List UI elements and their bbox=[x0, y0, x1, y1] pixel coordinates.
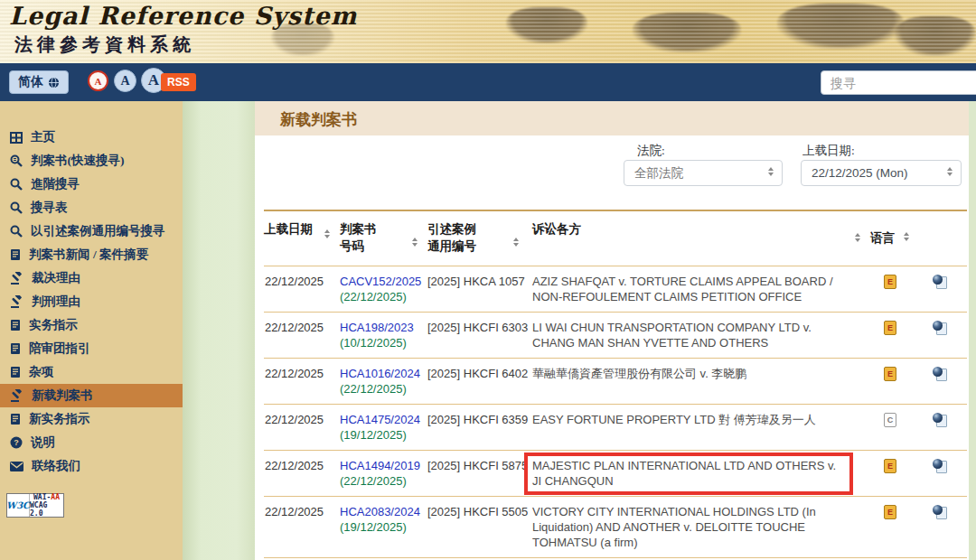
globe-doc-icon[interactable] bbox=[933, 321, 947, 335]
globe-cell bbox=[913, 504, 967, 550]
column-header-upload-date[interactable]: 上载日期 bbox=[264, 220, 340, 255]
language-english-icon[interactable]: E bbox=[884, 321, 896, 335]
sidebar-item-judgment-news[interactable]: 判案书新闻 / 案件摘要 bbox=[0, 243, 183, 266]
globe-doc-icon[interactable] bbox=[933, 505, 947, 519]
case-number-link[interactable]: HCA1475/2024 bbox=[340, 413, 420, 426]
wcag-version-label: WCAG 2.0 bbox=[30, 501, 63, 518]
document-icon bbox=[10, 248, 21, 261]
sort-icon[interactable] bbox=[855, 220, 868, 255]
case-number-link[interactable]: CACV152/2025 bbox=[340, 275, 421, 288]
upload-date-cell: 22/12/2025 bbox=[264, 412, 340, 443]
case-number-link[interactable]: HCA2083/2024 bbox=[340, 505, 420, 518]
gavel-icon bbox=[10, 389, 23, 402]
parties-cell: EASY FORTUNE PROPERTY LTD 對 傅芳瑋及另一人 bbox=[532, 412, 855, 443]
citation-cell: [2025] HKCFI 6402 bbox=[427, 366, 532, 397]
sidebar-nav: 主页 判案书(快速搜寻) 進階搜寻 搜寻表 以引述案例通用编号搜寻 判案书新闻 … bbox=[0, 101, 183, 560]
case-date: (22/12/2025) bbox=[340, 289, 427, 304]
court-filter-value: 全部法院 bbox=[634, 165, 683, 182]
grid-icon bbox=[10, 132, 23, 144]
sidebar-item-label: 以引述案例通用编号搜寻 bbox=[31, 223, 165, 239]
search-icon bbox=[10, 225, 23, 238]
top-toolbar: 简体 A A A RSS bbox=[0, 63, 976, 101]
sort-icon[interactable] bbox=[513, 238, 520, 247]
case-date: (22/12/2025) bbox=[340, 473, 427, 489]
upload-date-filter-select[interactable]: 22/12/2025 (Mon) bbox=[801, 160, 962, 186]
table-row: 22/12/2025 HCA198/2023(10/12/2025) [2025… bbox=[264, 312, 967, 358]
search-input[interactable] bbox=[821, 70, 976, 95]
language-english-icon[interactable]: E bbox=[884, 367, 896, 381]
upload-date-cell: 22/12/2025 bbox=[264, 274, 340, 304]
svg-text:?: ? bbox=[14, 438, 19, 447]
sidebar-item-contact-us[interactable]: 联络我们 bbox=[0, 454, 183, 478]
sort-icon[interactable] bbox=[904, 232, 910, 241]
case-date: (19/12/2025) bbox=[340, 519, 427, 535]
sidebar-item-label: 联络我们 bbox=[32, 458, 80, 474]
citation-cell: [2025] HKCA 1057 bbox=[427, 274, 532, 304]
case-number-cell: HCA1016/2024(22/12/2025) bbox=[340, 366, 427, 397]
sidebar-item-search-form[interactable]: 搜寻表 bbox=[0, 196, 183, 219]
sidebar-item-new-practice-directions[interactable]: 新实务指示 bbox=[0, 407, 183, 431]
sidebar-item-label: 主页 bbox=[31, 129, 55, 145]
font-large-label: A bbox=[148, 71, 159, 89]
gavel-icon bbox=[10, 272, 23, 285]
table-row: 22/12/2025 HCA1494/2019(22/12/2025) [202… bbox=[264, 450, 967, 496]
globe-doc-icon[interactable] bbox=[933, 367, 947, 381]
sidebar-item-judgment-quick-search[interactable]: 判案书(快速搜寻) bbox=[0, 149, 183, 173]
column-header-case-number[interactable]: 判案书号码 bbox=[340, 220, 427, 255]
language-english-icon[interactable]: E bbox=[884, 459, 896, 473]
globe-doc-icon[interactable] bbox=[933, 459, 947, 473]
main-content: 新载判案书 法院: 全部法院 上载日期: 22/12/2025 (Mon) 上载… bbox=[255, 101, 969, 560]
sidebar-item-reasons-for-verdict[interactable]: 裁决理由 bbox=[0, 266, 183, 290]
site-banner: Legal Reference System 法律參考資料系統 bbox=[0, 0, 976, 63]
globe-cell bbox=[913, 366, 967, 397]
site-title-english: Legal Reference System bbox=[9, 2, 357, 30]
site-title-chinese: 法律參考資料系統 bbox=[14, 33, 195, 57]
sidebar-item-citation-search[interactable]: 以引述案例通用编号搜寻 bbox=[0, 219, 183, 243]
sidebar-item-label: 裁决理由 bbox=[32, 270, 80, 286]
citation-cell: [2025] HKCFI 5875 bbox=[427, 458, 532, 489]
sort-icon[interactable] bbox=[412, 238, 418, 247]
case-number-link[interactable]: HCA1494/2019 bbox=[340, 459, 420, 472]
table-header-row: 上载日期 判案书号码 引述案例通用编号 诉讼各方 语言 bbox=[264, 211, 967, 266]
sidebar-item-miscellaneous[interactable]: 杂项 bbox=[0, 360, 183, 384]
sidebar-item-jury-directions[interactable]: 陪审团指引 bbox=[0, 337, 183, 360]
sort-icon[interactable] bbox=[324, 229, 331, 238]
case-number-cell: HCA2083/2024(19/12/2025) bbox=[340, 504, 427, 550]
sidebar-item-advanced-search[interactable]: 進階搜寻 bbox=[0, 173, 183, 196]
sidebar-item-label: 陪审团指引 bbox=[29, 341, 90, 357]
globe-doc-icon[interactable] bbox=[933, 275, 947, 289]
font-size-medium-button[interactable]: A bbox=[114, 70, 136, 92]
case-number-link[interactable]: HCA198/2023 bbox=[340, 321, 414, 334]
sidebar-item-newly-loaded-judgments[interactable]: 新载判案书 bbox=[0, 384, 183, 407]
column-header-parties[interactable]: 诉讼各方 bbox=[532, 220, 855, 255]
sidebar-item-label: 進階搜寻 bbox=[31, 176, 80, 192]
sidebar-item-help[interactable]: ? 说明 bbox=[0, 431, 183, 454]
column-header-language[interactable]: 语言 bbox=[868, 220, 913, 255]
upload-date-cell: 22/12/2025 bbox=[264, 366, 340, 397]
language-toggle-button[interactable]: 简体 bbox=[9, 70, 69, 94]
wcag-compliance-badge[interactable]: W3C WAI-AA WCAG 2.0 bbox=[6, 493, 64, 518]
sidebar-item-practice-directions[interactable]: 实务指示 bbox=[0, 313, 183, 337]
document-icon bbox=[10, 413, 21, 425]
font-size-small-button[interactable]: A bbox=[88, 70, 108, 91]
lang-toggle-label: 简体 bbox=[18, 74, 43, 90]
court-filter-select[interactable]: 全部法院 bbox=[624, 160, 783, 186]
sidebar-item-label: 判案书(快速搜寻) bbox=[31, 153, 125, 169]
language-chinese-icon[interactable]: C bbox=[884, 413, 896, 427]
case-date: (22/12/2025) bbox=[340, 381, 427, 397]
case-date: (19/12/2025) bbox=[340, 427, 427, 443]
sidebar-item-home[interactable]: 主页 bbox=[0, 126, 183, 149]
sidebar-item-label: 新载判案书 bbox=[32, 387, 93, 404]
upload-date-cell: 22/12/2025 bbox=[264, 458, 340, 489]
rss-button[interactable]: RSS bbox=[161, 73, 196, 91]
sidebar-item-reasons-for-sentence[interactable]: 判刑理由 bbox=[0, 290, 183, 313]
language-english-icon[interactable]: E bbox=[884, 275, 896, 289]
case-number-link[interactable]: HCA1016/2024 bbox=[340, 367, 420, 380]
parties-cell: VICTORY CITY INTERNATIONAL HOLDINGS LTD … bbox=[532, 504, 855, 550]
column-header-citation[interactable]: 引述案例通用编号 bbox=[427, 220, 532, 255]
page-title: 新载判案书 bbox=[280, 109, 357, 130]
upload-date-filter-value: 22/12/2025 (Mon) bbox=[812, 166, 908, 180]
globe-doc-icon[interactable] bbox=[933, 413, 947, 427]
language-cell: E bbox=[868, 458, 913, 489]
language-english-icon[interactable]: E bbox=[884, 505, 896, 519]
